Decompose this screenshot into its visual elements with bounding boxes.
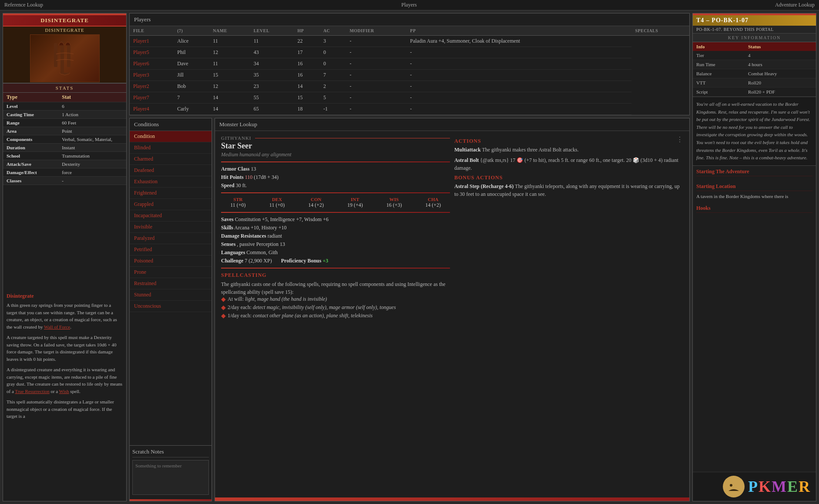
monster-divider-2 bbox=[221, 192, 450, 193]
spell-bullet: ◆ bbox=[221, 296, 226, 303]
table-row: Casting Time1 Action bbox=[3, 111, 126, 119]
starting-location-section: Starting Location A tavern in the Border… bbox=[693, 181, 816, 203]
col-name: NAME bbox=[209, 26, 250, 36]
adventure-subtitle: PO-BK-1-07. Beyond This Portal bbox=[693, 26, 816, 34]
monster-senses: Senses , passive Perception 13 bbox=[221, 241, 450, 248]
condition-item-restrained[interactable]: Restrained bbox=[130, 278, 211, 289]
starting-adventure-section: Starting The Adventure bbox=[693, 166, 816, 181]
monster-col-right: ⋮ Actions Multiattack The githyanki make… bbox=[454, 135, 683, 320]
monster-subtitle: Medium humanoid any alignment bbox=[221, 151, 450, 158]
monster-challenge: Challenge 7 (2,900 XP) Proficiency Bonus… bbox=[221, 258, 450, 264]
monster-bottom-bar bbox=[215, 497, 689, 501]
ability-wis: WIS16 (+3) bbox=[377, 197, 411, 208]
table-row: DurationInstant bbox=[3, 144, 126, 152]
player-link[interactable]: Player4 bbox=[133, 106, 149, 112]
svg-rect-1 bbox=[54, 43, 57, 67]
condition-item-poisoned[interactable]: Poisoned bbox=[130, 255, 211, 267]
ability-con: CON14 (+2) bbox=[299, 197, 333, 208]
ability-int: INT19 (+4) bbox=[338, 197, 372, 208]
svg-rect-2 bbox=[67, 43, 70, 67]
monster-title: Star Seer bbox=[221, 141, 450, 151]
monster-divider-4 bbox=[221, 268, 450, 269]
table-row: AreaPoint bbox=[3, 127, 126, 135]
condition-item-incapacitated[interactable]: Incapacitated bbox=[130, 210, 211, 222]
col-num: (7) bbox=[174, 26, 209, 36]
monster-options-icon[interactable]: ⋮ bbox=[676, 135, 683, 144]
condition-item-petrified[interactable]: Petrified bbox=[130, 244, 211, 255]
wall-of-force-link[interactable]: Wall of Force bbox=[44, 324, 70, 329]
stat-col-label: Stat bbox=[58, 93, 126, 102]
pkmer-letter-k: K bbox=[759, 478, 772, 495]
scratch-notes-input[interactable] bbox=[132, 460, 209, 495]
svg-rect-0 bbox=[60, 41, 64, 74]
player-link[interactable]: Player2 bbox=[133, 83, 149, 89]
key-info-header-row: Info Status bbox=[693, 42, 816, 51]
player-link[interactable]: Player5 bbox=[133, 49, 149, 55]
table-row: Player3 Jill1535167-- bbox=[130, 70, 689, 81]
spell-name-header: Disintegrate bbox=[3, 15, 126, 27]
table-row: Player6 Dave1134160-- bbox=[130, 58, 689, 70]
key-info-row: VTTRoll20 bbox=[693, 78, 816, 87]
condition-item-paralyzed[interactable]: Paralyzed bbox=[130, 233, 211, 244]
actions-label: Actions bbox=[454, 138, 683, 144]
monster-header: Monster Lookup bbox=[215, 118, 689, 131]
monster-saves: Saves Constitution +5, Intelligence +7, … bbox=[221, 216, 450, 223]
player-link[interactable]: Player6 bbox=[133, 60, 149, 67]
condition-item-blinded[interactable]: Blinded bbox=[130, 142, 211, 154]
stats-type-row: Type Stat bbox=[3, 93, 126, 102]
monster-panel: Monster Lookup Githyanki Star Seer Mediu… bbox=[215, 118, 690, 501]
hooks-title: Hooks bbox=[696, 205, 812, 213]
spell-bullet: ◆ bbox=[221, 312, 226, 320]
middle-panel: Players FILE (7) NAME LEVEL HP AC MODIFI… bbox=[129, 13, 690, 501]
condition-item-invisible[interactable]: Invisible bbox=[130, 222, 211, 233]
conditions-header: Conditions bbox=[130, 118, 211, 131]
col-ac: AC bbox=[320, 26, 346, 36]
condition-item-stunned[interactable]: Stunned bbox=[130, 289, 211, 301]
bottom-middle-section: Conditions Condition Blinded Charmed Dea… bbox=[129, 118, 690, 501]
stats-label: Stats bbox=[3, 83, 126, 93]
condition-item-exhaustion[interactable]: Exhaustion bbox=[130, 176, 211, 188]
divider-line bbox=[255, 138, 450, 138]
condition-item-grappled[interactable]: Grappled bbox=[130, 199, 211, 210]
table-row: Player4 Carly146518-1-- bbox=[130, 104, 689, 115]
monster-name-divider: Githyanki bbox=[221, 135, 450, 141]
monster-skills: Skills Arcana +10, History +10 bbox=[221, 225, 450, 231]
monster-hit-points: Hit Points 110 (17d8 + 34) bbox=[221, 174, 450, 181]
players-section: Players FILE (7) NAME LEVEL HP AC MODIFI… bbox=[129, 13, 690, 115]
monster-tag: Githyanki bbox=[221, 135, 252, 141]
condition-item-prone[interactable]: Prone bbox=[130, 267, 211, 278]
pkmer-letter-e: E bbox=[787, 478, 799, 495]
player-link[interactable]: Player1 bbox=[133, 38, 149, 44]
adventure-lookup-label: Adventure Lookup bbox=[775, 2, 815, 8]
true-resurrection-link[interactable]: True Resurrection bbox=[15, 389, 49, 394]
condition-item-charmed[interactable]: Charmed bbox=[130, 154, 211, 165]
pkmer-letter-m: M bbox=[772, 478, 787, 495]
condition-item-condition[interactable]: Condition bbox=[130, 131, 211, 142]
player-link[interactable]: Player7 bbox=[133, 94, 149, 101]
table-row: Player1 Alice1111223-Paladin Aura +4, Su… bbox=[130, 36, 689, 47]
table-row: Damage/Effectforce bbox=[3, 168, 126, 177]
monster-two-col: Githyanki Star Seer Medium humanoid any … bbox=[221, 135, 683, 320]
col-modifier: MODIFIER bbox=[346, 26, 406, 36]
player-link[interactable]: Player3 bbox=[133, 72, 149, 78]
spell-description: Disintegrate A thin green ray springs fr… bbox=[3, 289, 126, 501]
spell-desc-para-1: A thin green ray springs from your point… bbox=[7, 302, 123, 330]
players-table-header: FILE (7) NAME LEVEL HP AC MODIFIER PP SP… bbox=[130, 26, 689, 36]
condition-item-unconscious[interactable]: Unconscious bbox=[130, 301, 211, 312]
wish-link[interactable]: Wish bbox=[59, 389, 69, 394]
monster-spellcasting: The githyanki casts one of the following… bbox=[221, 280, 450, 296]
ability-cha: CHA14 (+2) bbox=[416, 197, 450, 208]
type-col-label: Type bbox=[3, 93, 58, 102]
spell-image-area: Disintegrate bbox=[3, 27, 126, 83]
spell-stats-section: Stats Type Stat Level6 Casting Time1 Act… bbox=[3, 83, 126, 289]
starting-location-title: Starting Location bbox=[696, 183, 812, 191]
players-table: FILE (7) NAME LEVEL HP AC MODIFIER PP SP… bbox=[130, 26, 689, 115]
table-row: Player2 Bob1223142-- bbox=[130, 81, 689, 92]
condition-item-frightened[interactable]: Frightened bbox=[130, 188, 211, 199]
starting-location-text: A tavern in the Border Kingdoms where th… bbox=[696, 193, 812, 200]
condition-item-deafened[interactable]: Deafened bbox=[130, 165, 211, 176]
players-label: Players bbox=[401, 2, 416, 8]
reference-lookup-panel: Disintegrate Disintegrate bbox=[3, 13, 127, 501]
col-hp: HP bbox=[294, 26, 319, 36]
monster-damage-res: Damage Resistances radiant bbox=[221, 233, 450, 239]
